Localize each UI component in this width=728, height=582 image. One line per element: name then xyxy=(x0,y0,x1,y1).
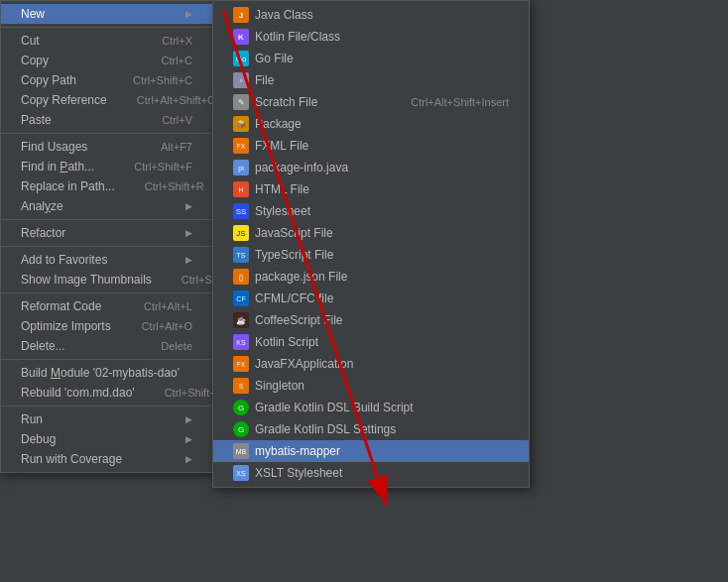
menu-item-gradle-build[interactable]: G Gradle Kotlin DSL Build Script xyxy=(213,397,529,418)
javafx-icon: FX xyxy=(233,356,249,372)
menu-item-reformat[interactable]: Reformat Code Ctrl+Alt+L xyxy=(1,296,212,316)
main-context-menu: New Cut Ctrl+X Copy Ctrl+C Copy Path Ctr… xyxy=(0,0,213,473)
menu-item-new[interactable]: New xyxy=(1,4,212,24)
menu-item-js[interactable]: JS JavaScript File xyxy=(213,222,529,244)
stylesheet-icon: SS xyxy=(233,203,249,219)
menu-item-optimize[interactable]: Optimize Imports Ctrl+Alt+O xyxy=(1,316,212,336)
fxml-icon: FX xyxy=(233,138,249,154)
menu-item-gradle-settings[interactable]: G Gradle Kotlin DSL Settings xyxy=(213,418,529,440)
menu-item-find-usages[interactable]: Find Usages Alt+F7 xyxy=(1,137,212,157)
menu-item-package[interactable]: 📦 Package xyxy=(213,113,529,135)
separator-1 xyxy=(1,27,212,28)
package-info-icon: pi xyxy=(233,160,249,175)
menu-item-fxml[interactable]: FX FXML File xyxy=(213,135,529,157)
menu-item-run[interactable]: Run xyxy=(1,409,212,429)
java-class-icon: J xyxy=(233,7,249,23)
menu-item-html[interactable]: H HTML File xyxy=(213,178,529,200)
html-icon: H xyxy=(233,181,249,197)
json-icon: {} xyxy=(233,269,249,285)
menu-item-cfml[interactable]: CF CFML/CFC file xyxy=(213,288,529,309)
menu-item-build-module[interactable]: Build Module '02-mybatis-dao' xyxy=(1,363,212,383)
xslt-icon: XS xyxy=(233,465,249,481)
gradle-build-icon: G xyxy=(233,400,249,415)
menu-item-scratch-file[interactable]: ✎ Scratch File Ctrl+Alt+Shift+Insert xyxy=(213,91,529,113)
menu-item-xslt[interactable]: XS XSLT Stylesheet xyxy=(213,462,529,484)
separator-3 xyxy=(1,219,212,220)
menu-item-add-favorites[interactable]: Add to Favorites xyxy=(1,250,212,270)
menu-item-analyze[interactable]: Analyze xyxy=(1,196,212,216)
menu-item-copy-path[interactable]: Copy Path Ctrl+Shift+C xyxy=(1,70,212,90)
file-icon: ▫ xyxy=(233,72,249,88)
kotlin-script-icon: KS xyxy=(233,334,249,350)
menu-item-kotlin-script[interactable]: KS Kotlin Script xyxy=(213,331,529,353)
menu-item-paste[interactable]: Paste Ctrl+V xyxy=(1,110,212,130)
menu-item-json[interactable]: {} package.json File xyxy=(213,266,529,288)
menu-item-package-info[interactable]: pi package-info.java xyxy=(213,157,529,178)
menu-item-find-in-path[interactable]: Find in Path... Ctrl+Shift+F xyxy=(1,157,212,176)
new-submenu: J Java Class K Kotlin File/Class Go Go F… xyxy=(212,0,530,488)
menu-item-refactor[interactable]: Refactor xyxy=(1,223,212,243)
mybatis-icon: MB xyxy=(233,443,249,459)
separator-2 xyxy=(1,133,212,134)
menu-item-go-file[interactable]: Go Go File xyxy=(213,48,529,69)
menu-item-singleton[interactable]: S Singleton xyxy=(213,375,529,397)
menu-item-replace-in-path[interactable]: Replace in Path... Ctrl+Shift+R xyxy=(1,176,212,196)
go-file-icon: Go xyxy=(233,51,249,66)
menu-item-show-image[interactable]: Show Image Thumbnails Ctrl+Shift+T xyxy=(1,270,212,290)
menu-item-rebuild[interactable]: Rebuild 'com.md.dao' Ctrl+Shift+F9 xyxy=(1,383,212,403)
separator-6 xyxy=(1,359,212,360)
menu-item-cut[interactable]: Cut Ctrl+X xyxy=(1,31,212,51)
scratch-file-icon: ✎ xyxy=(233,94,249,110)
separator-7 xyxy=(1,406,212,407)
menu-item-javafx[interactable]: FX JavaFXApplication xyxy=(213,353,529,375)
separator-5 xyxy=(1,292,212,293)
menu-item-coffee[interactable]: ☕ CoffeeScript File xyxy=(213,309,529,331)
menu-item-java-class[interactable]: J Java Class xyxy=(213,4,529,26)
singleton-icon: S xyxy=(233,378,249,394)
separator-4 xyxy=(1,246,212,247)
menu-item-copy[interactable]: Copy Ctrl+C xyxy=(1,51,212,70)
menu-item-ts[interactable]: TS TypeScript File xyxy=(213,244,529,266)
menu-item-delete[interactable]: Delete... Delete xyxy=(1,336,212,356)
menu-item-kotlin-file[interactable]: K Kotlin File/Class xyxy=(213,26,529,48)
cfml-icon: CF xyxy=(233,291,249,306)
menu-item-run-coverage[interactable]: Run with Coverage xyxy=(1,449,212,469)
ts-icon: TS xyxy=(233,247,249,263)
kotlin-file-icon: K xyxy=(233,29,249,45)
menu-item-copy-reference[interactable]: Copy Reference Ctrl+Alt+Shift+C xyxy=(1,90,212,110)
menu-item-debug[interactable]: Debug xyxy=(1,429,212,449)
gradle-settings-icon: G xyxy=(233,421,249,437)
coffee-icon: ☕ xyxy=(233,312,249,328)
package-icon: 📦 xyxy=(233,116,249,132)
menu-item-mybatis-mapper[interactable]: MB mybatis-mapper xyxy=(213,440,529,462)
js-icon: JS xyxy=(233,225,249,241)
menu-item-file[interactable]: ▫ File xyxy=(213,69,529,91)
menu-item-stylesheet[interactable]: SS Stylesheet xyxy=(213,200,529,222)
